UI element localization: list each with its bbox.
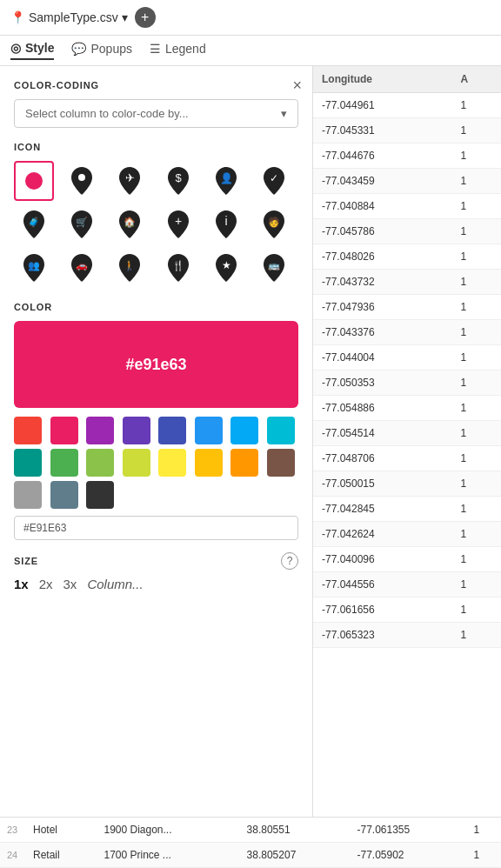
table-row: -77.047936 1 [313,295,501,320]
swatch-indigo[interactable] [158,417,186,444]
tab-style[interactable]: ◎ Style [10,41,54,60]
icon-check[interactable]: ✓ [254,161,294,201]
cell-longitude: -77.044556 [313,572,451,598]
row-lon-24: -77.05902 [350,843,466,868]
add-layer-button[interactable]: + [135,7,156,28]
swatch-deep-purple[interactable] [123,417,150,444]
swatch-blue[interactable] [195,417,223,444]
swatch-cyan[interactable] [267,417,295,444]
swatch-red[interactable] [14,417,42,444]
size-header: SIZE ? [14,552,298,570]
svg-text:🏠: 🏠 [124,216,136,228]
size-2x[interactable]: 2x [39,577,53,591]
swatch-yellow[interactable] [158,449,186,477]
icon-person[interactable]: 👤 [206,161,246,201]
row-a-23: 1 [466,818,501,843]
swatch-teal[interactable] [14,449,42,477]
table-row: -77.048706 1 [313,446,501,471]
cell-longitude: -77.043732 [313,270,451,295]
cell-a: 1 [451,219,501,244]
file-selector[interactable]: 📍 SampleType.csv ▾ [10,10,128,24]
swatch-grey[interactable] [14,481,42,509]
icon-pin[interactable] [62,161,102,201]
size-1x[interactable]: 1x [14,577,29,591]
swatch-brown[interactable] [267,449,295,477]
size-column[interactable]: Column... [87,577,143,591]
pin-icon: 📍 [10,10,25,24]
cell-a: 1 [451,522,501,547]
svg-text:🚶: 🚶 [124,259,136,271]
cell-longitude: -77.044961 [313,93,451,118]
hex-input[interactable] [14,516,298,540]
row-type-24: Retail [26,843,97,868]
svg-text:🧑: 🧑 [268,216,280,228]
cell-longitude: -77.045786 [313,219,451,244]
svg-text:$: $ [175,171,182,184]
cell-a: 1 [451,93,501,118]
cell-a: 1 [451,295,501,320]
cell-a: 1 [451,270,501,295]
icon-person2[interactable]: 🧑 [254,204,294,244]
table-row: -77.043376 1 [313,320,501,345]
svg-text:★: ★ [221,259,230,271]
table-row: -77.061656 1 [313,598,501,623]
color-preview[interactable]: #e91e63 [14,321,298,408]
nav-tabs: ◎ Style 💬 Popups ☰ Legend [0,36,501,66]
svg-text:🚗: 🚗 [76,259,88,271]
icon-plus[interactable]: + [158,204,198,244]
icon-suitcase[interactable]: 🧳 [14,204,54,244]
icon-plane[interactable]: ✈ [110,161,150,201]
color-code-dropdown[interactable]: Select column to color-code by... ▾ [14,99,298,128]
table-header-row: Longitude A [313,66,501,93]
icon-star[interactable]: ★ [206,248,246,288]
icon-circle[interactable] [14,161,54,201]
swatch-lime[interactable] [123,449,150,477]
main-layout: × COLOR-CODING Select column to color-co… [0,66,501,856]
icon-car[interactable]: 🚗 [62,248,102,288]
table-row: -77.065323 1 [313,623,501,648]
table-row: -77.048026 1 [313,244,501,270]
icon-grid: ✈ $ 👤 ✓ [14,161,298,288]
swatch-dark[interactable] [86,481,114,509]
svg-text:🧳: 🧳 [28,216,40,228]
cell-longitude: -77.050353 [313,371,451,396]
swatch-amber[interactable] [195,449,223,477]
swatch-green[interactable] [50,449,78,477]
row-num-23: 23 [0,818,26,843]
cell-longitude: -77.048706 [313,446,451,471]
cell-a: 1 [451,194,501,219]
icon-person3[interactable]: 👥 [14,248,54,288]
cell-a: 1 [451,497,501,522]
swatch-orange[interactable] [230,449,258,477]
style-panel: × COLOR-CODING Select column to color-co… [0,66,313,856]
cell-longitude: -77.040884 [313,194,451,219]
row-lat-24: 38.805207 [240,843,351,868]
tab-popups-label: Popups [90,42,131,56]
icon-bus[interactable]: 🚌 [254,248,294,288]
icon-info[interactable]: i [206,204,246,244]
bottom-row-23: 23 Hotel 1900 Diagon... 38.80551 -77.061… [0,818,501,843]
swatch-light-blue[interactable] [230,417,258,444]
icon-fork[interactable]: 🍴 [158,248,198,288]
color-label: COLOR [14,302,298,312]
tab-legend[interactable]: ☰ Legend [150,42,206,59]
cell-a: 1 [451,421,501,446]
icon-dollar[interactable]: $ [158,161,198,201]
swatch-blue-grey[interactable] [50,481,78,509]
icon-house[interactable]: 🏠 [110,204,150,244]
tab-popups[interactable]: 💬 Popups [71,42,131,59]
icon-cart[interactable]: 🛒 [62,204,102,244]
table-row: -77.043459 1 [313,169,501,194]
color-hex-display: #e91e63 [125,356,186,374]
close-button[interactable]: × [292,77,302,95]
size-3x[interactable]: 3x [63,577,77,591]
swatch-pink[interactable] [50,417,78,444]
icon-person4[interactable]: 🚶 [110,248,150,288]
popups-icon: 💬 [71,42,86,56]
cell-a: 1 [451,345,501,371]
cell-longitude: -77.061656 [313,598,451,623]
size-help-button[interactable]: ? [281,552,298,570]
cell-a: 1 [451,547,501,572]
swatch-light-green[interactable] [86,449,114,477]
swatch-purple[interactable] [86,417,114,444]
